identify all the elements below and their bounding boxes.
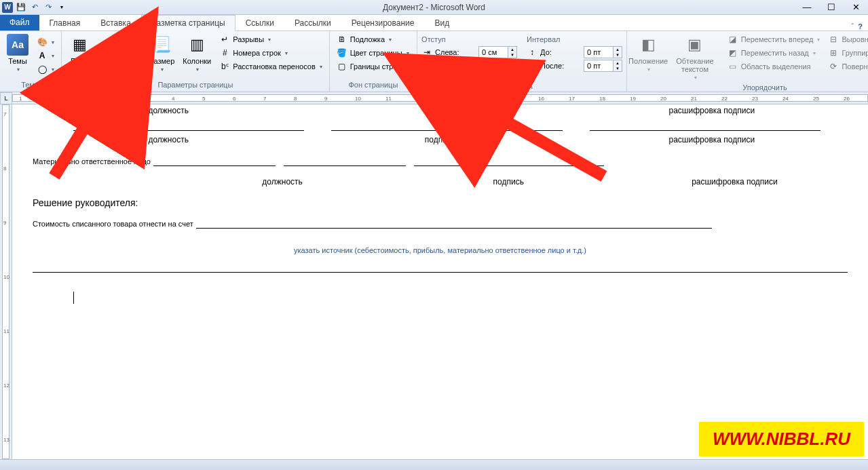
spacing-after-input[interactable] <box>584 62 613 70</box>
group-themes: Aa Темы ▾ 🎨▾ A▾ ◯▾ Темы <box>0 31 62 92</box>
group-page-setup: ▦ Поля▾ 📄 Ориентация▾ 📃 Размер▾ ▥ Колонк… <box>62 31 330 92</box>
label-position: должность <box>33 104 304 117</box>
label-position: должность <box>170 176 396 188</box>
line-numbers-icon: # <box>219 47 230 58</box>
label-signature: подпись <box>304 104 575 117</box>
spacing-before-input[interactable] <box>584 48 613 56</box>
minimize-ribbon-icon[interactable]: ˆ <box>852 22 854 31</box>
tab-view[interactable]: Вид <box>424 14 459 31</box>
vertical-ruler[interactable]: 78910111213 <box>0 104 12 459</box>
spin-up-icon[interactable]: ▲ <box>614 60 622 66</box>
undo-icon[interactable]: ↶ <box>29 1 41 14</box>
fonts-icon: A <box>37 50 48 61</box>
indent-right-spinner[interactable]: ▲▼ <box>478 60 517 72</box>
colors-icon: 🎨 <box>37 37 48 47</box>
page-color-button[interactable]: 🪣Цвет страницы▾ <box>334 46 413 60</box>
document-area[interactable]: должность подпись расшифровка подписи до… <box>12 104 868 459</box>
watermark-button[interactable]: 🗎Подложка▾ <box>334 33 413 46</box>
tab-page-layout[interactable]: Разметка страницы <box>141 15 235 31</box>
size-button[interactable]: 📃 Размер▾ <box>146 33 177 74</box>
maximize-button[interactable]: ☐ <box>819 0 844 15</box>
spacing-after-spinner[interactable]: ▲▼ <box>584 60 622 72</box>
line-numbers-button[interactable]: #Номера строк▾ <box>216 46 324 60</box>
breaks-icon: ↵ <box>219 34 230 45</box>
position-icon: ◧ <box>637 34 659 56</box>
columns-button[interactable]: ▥ Колонки▾ <box>180 33 214 74</box>
label-decipher: расшифровка подписи <box>622 176 848 188</box>
align-button[interactable]: ⊟Выровнять▾ <box>825 33 868 46</box>
spin-up-icon[interactable]: ▲ <box>508 60 516 66</box>
group-paragraph: Отступ ⇥ Слева: ▲▼ ⇤ Справа: ▲▼ Интервал… <box>417 31 627 92</box>
redo-icon[interactable]: ↷ <box>42 1 54 14</box>
indent-left-input[interactable] <box>479 48 508 56</box>
ruler-corner[interactable]: L <box>0 92 12 104</box>
spacing-before-spinner[interactable]: ▲▼ <box>584 46 622 58</box>
rotate-button[interactable]: ⟳Повернуть▾ <box>825 60 868 73</box>
label-decipher: расшифровка подписи <box>576 134 848 146</box>
spin-down-icon[interactable]: ▼ <box>508 52 516 58</box>
effects-icon: ◯ <box>37 64 48 75</box>
watermark-icon: 🗎 <box>337 34 347 45</box>
breaks-button[interactable]: ↵Разрывы▾ <box>216 33 324 46</box>
minimize-button[interactable]: — <box>795 0 819 15</box>
indent-right-icon: ⇤ <box>421 60 432 71</box>
label-signature: подпись <box>304 134 575 146</box>
spin-up-icon[interactable]: ▲ <box>614 47 622 52</box>
hyphenation-icon: bᶜ <box>219 61 230 72</box>
theme-fonts-button[interactable]: A▾ <box>34 49 57 62</box>
window-controls: — ☐ ✕ <box>795 0 868 15</box>
orientation-icon: 📄 <box>109 34 130 56</box>
themes-button[interactable]: Aa Темы ▾ <box>4 33 31 74</box>
selection-pane-button[interactable]: ▭Область выделения <box>725 60 823 73</box>
margins-icon: ▦ <box>69 34 90 56</box>
indent-left-spinner[interactable]: ▲▼ <box>478 46 517 58</box>
window-title: Документ2 - Microsoft Word <box>383 3 485 12</box>
page-borders-button[interactable]: ▢Границы страниц <box>334 60 413 73</box>
indent-right-input[interactable] <box>479 62 508 70</box>
spacing-after-icon: ↕ <box>527 60 537 71</box>
tab-mailings[interactable]: Рассылки <box>284 14 341 31</box>
spin-up-icon[interactable]: ▲ <box>508 47 516 52</box>
responsible-line: Материально ответственное лицо <box>33 155 848 166</box>
margins-button[interactable]: ▦ Поля▾ <box>66 33 93 74</box>
theme-effects-button[interactable]: ◯▾ <box>34 62 57 76</box>
tab-home[interactable]: Главная <box>39 14 91 31</box>
word-app-icon[interactable]: W <box>1 1 14 14</box>
tab-review[interactable]: Рецензирование <box>341 14 425 31</box>
tab-references[interactable]: Ссылки <box>235 14 284 31</box>
hyphenation-button[interactable]: bᶜРасстановка переносов▾ <box>216 60 324 73</box>
status-bar <box>0 459 868 470</box>
bring-forward-button[interactable]: ◪Переместить вперед▾ <box>725 33 823 46</box>
wrap-text-button[interactable]: ▣ Обтекание текстом▾ <box>668 33 721 82</box>
label-signature: подпись <box>396 176 622 188</box>
text-cursor <box>73 292 848 304</box>
spin-down-icon[interactable]: ▼ <box>508 66 516 71</box>
ribbon: Aa Темы ▾ 🎨▾ A▾ ◯▾ Темы ▦ Поля▾ 📄 Ориент… <box>0 31 868 92</box>
file-tab[interactable]: Файл <box>0 14 39 31</box>
group-icon: ⊞ <box>828 47 839 58</box>
horizontal-ruler[interactable]: 1123456789101112131415161718192021222324… <box>12 92 868 104</box>
borders-icon: ▢ <box>337 61 347 72</box>
title-bar: W 💾 ↶ ↷ ▾ Документ2 - Microsoft Word — ☐… <box>0 0 868 15</box>
group-arrange: ◧ Положение▾ ▣ Обтекание текстом▾ ◪Перем… <box>627 31 868 92</box>
label-decipher: расшифровка подписи <box>576 104 848 117</box>
spin-down-icon[interactable]: ▼ <box>614 66 622 71</box>
position-button[interactable]: ◧ Положение▾ <box>631 33 665 74</box>
wrap-icon: ▣ <box>684 34 706 56</box>
save-icon[interactable]: 💾 <box>15 1 27 14</box>
orientation-button[interactable]: 📄 Ориентация▾ <box>96 33 143 74</box>
tab-insert[interactable]: Вставка <box>90 14 141 31</box>
group-objects-button[interactable]: ⊞Группировать▾ <box>825 46 868 60</box>
spacing-before-icon: ↕ <box>527 47 537 58</box>
send-backward-icon: ◩ <box>728 47 738 58</box>
send-backward-button[interactable]: ◩Переместить назад▾ <box>725 46 823 60</box>
indent-left-icon: ⇥ <box>421 47 432 58</box>
workspace: 78910111213 должность подпись расшифровк… <box>0 104 868 459</box>
help-icon[interactable]: ? <box>858 22 863 31</box>
hint-text: указать источник (себестоимость, прибыль… <box>33 246 848 254</box>
close-button[interactable]: ✕ <box>844 0 868 15</box>
selection-pane-icon: ▭ <box>728 61 738 72</box>
qat-customize-icon[interactable]: ▾ <box>56 1 68 14</box>
spin-down-icon[interactable]: ▼ <box>614 52 622 58</box>
theme-colors-button[interactable]: 🎨▾ <box>34 35 57 49</box>
